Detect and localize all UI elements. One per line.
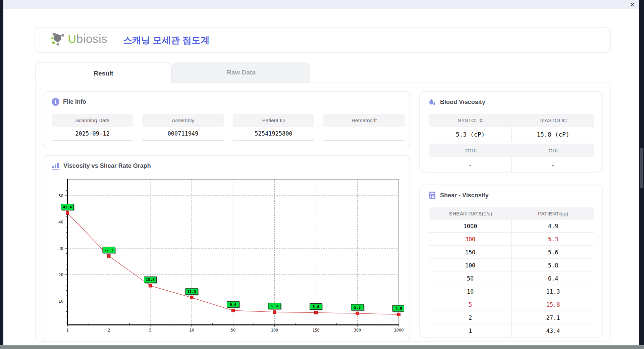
desktop-edge-left <box>0 0 3 346</box>
todi-header: TODI <box>429 144 512 157</box>
data-label-text: 5.3 <box>354 305 361 310</box>
data-label-text: 11.3 <box>187 290 196 294</box>
file-info-title: i File Info <box>52 98 86 106</box>
field-scanning-date-label: Scanning Date <box>52 114 133 127</box>
blood-viscosity-title-label: Blood Viscosity <box>440 99 485 106</box>
x-tick-label: 5 <box>149 328 151 333</box>
background-scrollbar-thumb[interactable] <box>640 148 643 188</box>
patient-viscosity-cell: 43.4 <box>512 325 594 337</box>
data-point-marker <box>273 310 276 313</box>
odi-value: - <box>512 157 594 172</box>
patient-viscosity-cell: 5.3 <box>512 233 594 245</box>
blood-viscosity-value-row: 5.3 (cP) 15.8 (cP) <box>429 127 594 142</box>
logo-text: Ubiosis <box>68 32 107 46</box>
info-icon: i <box>52 98 59 106</box>
shear-rate-cell: 150 <box>429 246 512 258</box>
ubiosis-logo: Ubiosis <box>50 32 107 46</box>
y-tick-label: 50 <box>58 193 63 198</box>
blood-viscosity-header-row: SYSTOLIC DIASTOLIC <box>429 114 594 127</box>
tab-result[interactable]: Result <box>35 62 172 84</box>
data-point-marker <box>149 284 152 287</box>
diastolic-value: 15.8 (cP) <box>512 127 594 142</box>
data-point-marker <box>315 311 318 314</box>
patient-viscosity-cell: 11.3 <box>512 285 594 298</box>
shear-table-row: 3005.3 <box>429 233 594 246</box>
file-info-title-label: File Info <box>63 98 86 105</box>
data-point-marker <box>66 211 69 214</box>
blood-viscosity-table: SYSTOLIC DIASTOLIC 5.3 (cP) 15.8 (cP) TO… <box>429 114 594 172</box>
field-assembly: Assembly 000711949 <box>142 114 224 141</box>
shear-viscosity-title: Shear - Viscosity <box>428 191 489 199</box>
field-scanning-date: Scanning Date 2025-09-12 <box>52 114 133 141</box>
data-label-text: 4.9 <box>395 306 402 311</box>
shear-table-row: 10004.9 <box>429 220 594 233</box>
x-tick-label: 10 <box>189 328 194 333</box>
blood-viscosity-title: Blood Viscosity <box>428 98 485 106</box>
patient-viscosity-cell: 6.4 <box>512 272 594 285</box>
data-label-text: 27.1 <box>104 248 113 252</box>
shear-viscosity-title-label: Shear - Viscosity <box>440 192 489 199</box>
shear-viscosity-card: Shear - Viscosity SHEAR RATE(1/s) PATIEN… <box>419 185 603 338</box>
window-bottom-edge <box>0 345 644 349</box>
field-patient-id-label: Patient ID <box>233 114 314 127</box>
systolic-header: SYSTOLIC <box>429 114 512 127</box>
field-hematocrit-label: Hematocrit <box>323 114 405 127</box>
tab-raw-data[interactable]: Raw Data <box>172 62 310 83</box>
tab-raw-data-label: Raw Data <box>227 69 256 76</box>
window-titlebar[interactable]: ✕ <box>3 0 639 9</box>
graph-title-label: Viscosity vs Shear Rate Graph <box>63 162 151 169</box>
diastolic-header: DIASTOLIC <box>512 114 594 127</box>
shear-rate-cell: 10 <box>429 285 512 298</box>
shear-table-header-row: SHEAR RATE(1/s) PATIENT(cp) <box>429 207 594 220</box>
data-point-marker <box>232 309 235 312</box>
shear-rate-cell: 1000 <box>429 220 512 232</box>
shear-table-row: 1005.8 <box>429 259 594 272</box>
x-tick-label: 2 <box>108 328 110 333</box>
todi-odi-header-row: TODI ODI <box>429 144 594 157</box>
patient-viscosity-cell: 27.1 <box>512 311 594 324</box>
field-assembly-value: 000711949 <box>142 127 224 141</box>
tab-result-label: Result <box>94 70 113 77</box>
field-assembly-label: Assembly <box>142 114 224 127</box>
data-point-marker <box>190 296 193 299</box>
data-label-text: 5.6 <box>313 305 319 309</box>
shear-rate-cell: 5 <box>429 298 512 311</box>
blood-viscosity-card: Blood Viscosity SYSTOLIC DIASTOLIC 5.3 (… <box>419 91 603 172</box>
shear-rate-cell: 300 <box>429 233 512 245</box>
screen: ✕ Ubiosis 스캐닝 모세관 점도계 Result Raw Data i … <box>0 0 644 349</box>
graph-card: Viscosity vs Shear Rate Graph 1020304050… <box>43 155 410 342</box>
systolic-value: 5.3 (cP) <box>429 127 512 142</box>
patient-viscosity-cell: 5.6 <box>512 246 594 258</box>
shear-rate-cell: 100 <box>429 259 512 271</box>
shear-table-row: 227.1 <box>429 311 594 325</box>
shear-table-row: 506.4 <box>429 272 594 285</box>
shear-rate-cell: 1 <box>429 325 512 337</box>
file-info-card: i File Info Scanning Date 2025-09-12 Ass… <box>43 91 410 148</box>
field-hematocrit: Hematocrit <box>323 114 405 141</box>
close-icon[interactable]: ✕ <box>629 1 636 8</box>
field-patient-id: Patient ID 52541925800 <box>233 114 314 141</box>
y-tick-label: 30 <box>58 246 63 251</box>
todi-odi-value-row: - - <box>429 157 594 172</box>
data-point-marker <box>107 254 110 257</box>
todi-value: - <box>429 157 512 172</box>
data-point-marker <box>356 312 359 315</box>
ubiosis-logo-icon <box>50 32 66 46</box>
shear-table-row: 515.8 <box>429 298 594 311</box>
viscosity-shear-chart: 10203040501251050100150300100043.427.115… <box>53 176 404 338</box>
water-drops-icon <box>428 98 436 106</box>
x-tick-label: 1000 <box>394 328 404 333</box>
field-hematocrit-value <box>323 127 405 141</box>
bar-chart-icon <box>52 162 60 170</box>
x-tick-label: 100 <box>271 328 278 333</box>
shear-rate-column-header: SHEAR RATE(1/s) <box>429 207 512 220</box>
shear-table-row: 1505.6 <box>429 246 594 259</box>
shear-rate-cell: 50 <box>429 272 512 285</box>
data-label-text: 43.4 <box>63 205 72 209</box>
patient-viscosity-cell: 5.8 <box>512 259 594 271</box>
patient-viscosity-cell: 4.9 <box>512 220 594 232</box>
shear-table-body: 10004.93005.31505.61005.8506.41011.3515.… <box>429 220 594 338</box>
data-point-marker <box>397 313 400 316</box>
shear-viscosity-table: SHEAR RATE(1/s) PATIENT(cp) 10004.93005.… <box>429 207 594 338</box>
y-tick-label: 40 <box>58 219 63 225</box>
